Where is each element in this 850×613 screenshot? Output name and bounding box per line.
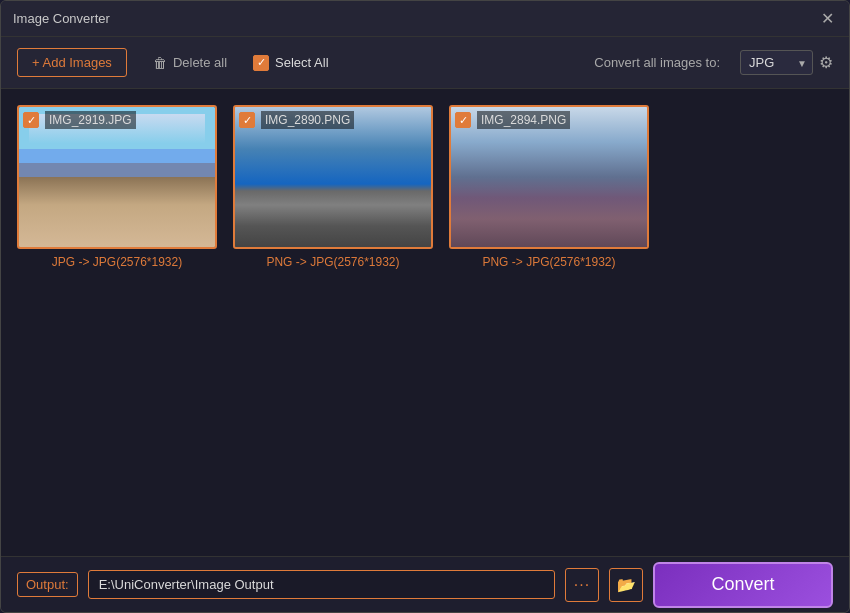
titlebar: Image Converter ✕	[1, 1, 849, 37]
check-icon: ✓	[27, 114, 36, 127]
delete-all-button[interactable]: 🗑 Delete all	[147, 51, 233, 75]
format-select[interactable]: JPG PNG BMP TIFF GIF WEBP	[740, 50, 813, 75]
select-all-checkbox-area[interactable]: ✓ Select All	[253, 55, 328, 71]
image-2-info: PNG -> JPG(2576*1932)	[233, 255, 433, 269]
image-3-info: PNG -> JPG(2576*1932)	[449, 255, 649, 269]
content-area: ✓ IMG_2919.JPG JPG -> JPG(2576*1932) ✓	[1, 89, 849, 556]
image-1-filename: IMG_2919.JPG	[45, 111, 136, 129]
delete-all-label: Delete all	[173, 55, 227, 70]
check-icon: ✓	[243, 114, 252, 127]
add-images-button[interactable]: + Add Images	[17, 48, 127, 77]
trash-icon: 🗑	[153, 55, 167, 71]
image-3-filename: IMG_2894.PNG	[477, 111, 570, 129]
image-3-checkbox[interactable]: ✓	[455, 112, 471, 128]
convert-to-label: Convert all images to:	[594, 55, 720, 70]
main-window: Image Converter ✕ + Add Images 🗑 Delete …	[0, 0, 850, 613]
format-select-container: JPG PNG BMP TIFF GIF WEBP ▼	[740, 50, 813, 75]
list-item: ✓ IMG_2890.PNG PNG -> JPG(2576*1932)	[233, 105, 433, 269]
image-grid: ✓ IMG_2919.JPG JPG -> JPG(2576*1932) ✓	[17, 105, 833, 269]
select-all-label: Select All	[275, 55, 328, 70]
folder-icon: 📂	[617, 576, 636, 594]
image-2-checkbox-area: ✓ IMG_2890.PNG	[239, 111, 354, 129]
convert-button[interactable]: Convert	[653, 562, 833, 608]
image-2-checkbox[interactable]: ✓	[239, 112, 255, 128]
output-label: Output:	[17, 572, 78, 597]
list-item: ✓ IMG_2894.PNG PNG -> JPG(2576*1932)	[449, 105, 649, 269]
window-title: Image Converter	[13, 11, 110, 26]
browse-ellipsis-button[interactable]: ···	[565, 568, 599, 602]
close-button[interactable]: ✕	[817, 9, 837, 29]
image-1-checkbox[interactable]: ✓	[23, 112, 39, 128]
image-3-checkbox-area: ✓ IMG_2894.PNG	[455, 111, 570, 129]
open-folder-button[interactable]: 📂	[609, 568, 643, 602]
image-card-3[interactable]: ✓ IMG_2894.PNG	[449, 105, 649, 249]
output-path: E:\UniConverter\Image Output	[88, 570, 555, 599]
image-1-info: JPG -> JPG(2576*1932)	[17, 255, 217, 269]
image-card-1[interactable]: ✓ IMG_2919.JPG	[17, 105, 217, 249]
image-2-filename: IMG_2890.PNG	[261, 111, 354, 129]
check-icon: ✓	[459, 114, 468, 127]
toolbar: + Add Images 🗑 Delete all ✓ Select All C…	[1, 37, 849, 89]
footer: Output: E:\UniConverter\Image Output ···…	[1, 556, 849, 612]
select-all-checkbox[interactable]: ✓	[253, 55, 269, 71]
ellipsis-icon: ···	[574, 576, 590, 594]
image-1-checkbox-area: ✓ IMG_2919.JPG	[23, 111, 136, 129]
checkmark-icon: ✓	[257, 56, 266, 69]
image-card-2[interactable]: ✓ IMG_2890.PNG	[233, 105, 433, 249]
settings-gear-icon[interactable]: ⚙	[819, 53, 833, 72]
list-item: ✓ IMG_2919.JPG JPG -> JPG(2576*1932)	[17, 105, 217, 269]
format-select-wrapper: JPG PNG BMP TIFF GIF WEBP ▼ ⚙	[740, 50, 833, 75]
